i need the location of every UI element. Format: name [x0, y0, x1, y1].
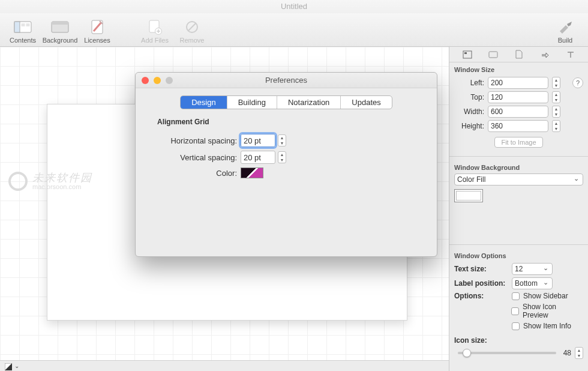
tab-notarization[interactable]: Notarization: [277, 96, 341, 109]
show-item-info-label: Show Item Info: [523, 322, 571, 330]
add-files-label: Add Files: [141, 37, 169, 44]
window-options-heading: Window Options: [449, 249, 588, 262]
svg-rect-2: [22, 23, 25, 26]
chevron-down-icon[interactable]: ⌄: [14, 363, 19, 369]
svg-rect-5: [52, 22, 68, 25]
tab-building[interactable]: Building: [227, 96, 277, 109]
preferences-window: Preferences Design Building Notarization…: [135, 72, 437, 257]
options-label: Options:: [454, 292, 508, 300]
main-toolbar: Contents Background Licenses Add Files R…: [0, 13, 588, 47]
preferences-titlebar[interactable]: Preferences: [136, 73, 437, 88]
build-button[interactable]: Build: [548, 19, 582, 44]
vspacing-label: Vertical spacing:: [136, 153, 241, 162]
background-button[interactable]: Background: [43, 19, 77, 44]
tab-text-icon[interactable]: [565, 49, 576, 60]
hspacing-label: Horizontal spacing:: [136, 136, 241, 145]
svg-rect-1: [14, 22, 20, 32]
window-title: Untitled: [0, 0, 588, 13]
preferences-title: Preferences: [136, 76, 437, 85]
contents-label: Contents: [10, 37, 36, 44]
inspector-tabs: [449, 47, 588, 62]
height-label: Height:: [454, 122, 484, 130]
window-size-heading: Window Size: [449, 62, 588, 76]
slider-thumb[interactable]: [463, 349, 471, 357]
text-size-dropdown[interactable]: 12: [512, 263, 553, 275]
top-stepper[interactable]: ▲▼: [552, 91, 560, 103]
top-label: Top:: [454, 93, 484, 101]
tab-screen-icon[interactable]: [488, 49, 499, 60]
text-size-label: Text size:: [454, 265, 508, 273]
window-bg-heading: Window Background: [449, 160, 588, 173]
contents-button[interactable]: Contents: [6, 19, 40, 44]
hspacing-stepper[interactable]: ▲▼: [278, 134, 286, 146]
vspacing-field[interactable]: 20 pt: [241, 151, 275, 164]
tab-pin-icon[interactable]: [539, 49, 550, 60]
add-files-icon: [145, 19, 164, 35]
tab-design[interactable]: Design: [181, 96, 227, 109]
svg-rect-13: [464, 52, 467, 54]
build-icon: [556, 19, 575, 35]
left-label: Left:: [454, 79, 484, 87]
tab-updates[interactable]: Updates: [341, 96, 391, 109]
show-item-info-checkbox[interactable]: [512, 322, 520, 330]
add-files-button[interactable]: Add Files: [138, 19, 172, 44]
contents-icon: [13, 19, 32, 35]
label-position-dropdown[interactable]: Bottom: [512, 277, 553, 289]
width-label: Width:: [454, 107, 484, 116]
show-icon-preview-label: Show Icon Preview: [523, 303, 583, 319]
tab-document-icon[interactable]: [514, 49, 524, 60]
svg-rect-12: [463, 51, 472, 58]
bottom-bar: ⌄: [0, 360, 449, 371]
background-icon: [50, 19, 70, 35]
left-field[interactable]: 200: [488, 77, 548, 89]
left-stepper[interactable]: ▲▼: [552, 77, 560, 89]
top-field[interactable]: 120: [488, 91, 548, 103]
width-stepper[interactable]: ▲▼: [552, 106, 560, 118]
show-icon-preview-checkbox[interactable]: [511, 307, 519, 315]
background-label: Background: [43, 37, 78, 44]
icon-size-slider[interactable]: [458, 352, 556, 354]
help-button[interactable]: ?: [572, 77, 583, 88]
licenses-icon: [88, 19, 107, 35]
hspacing-field[interactable]: 20 pt: [241, 134, 275, 147]
tab-window-icon[interactable]: [462, 49, 473, 60]
show-sidebar-label: Show Sidebar: [523, 292, 568, 300]
remove-icon: [182, 19, 202, 35]
alignment-grid-heading: Alignment Grid: [136, 115, 437, 132]
bg-mode-dropdown[interactable]: Color Fill: [454, 173, 583, 186]
remove-button[interactable]: Remove: [175, 19, 209, 44]
grid-color-well[interactable]: [241, 167, 263, 178]
width-field[interactable]: 600: [488, 106, 548, 118]
prefs-tabbar: Design Building Notarization Updates: [136, 88, 437, 115]
licenses-label: Licenses: [84, 37, 110, 44]
bg-color-well[interactable]: [454, 189, 483, 202]
inspector-panel: Window Size Left: 200 ▲▼ ? Top: 120 ▲▼ W…: [449, 47, 588, 371]
show-sidebar-checkbox[interactable]: [512, 292, 520, 300]
svg-rect-14: [489, 52, 497, 58]
color-label: Color:: [136, 169, 241, 178]
height-field[interactable]: 360: [488, 120, 548, 132]
licenses-button[interactable]: Licenses: [80, 19, 114, 44]
icon-size-value: 48: [563, 349, 571, 357]
appearance-icon[interactable]: [5, 363, 11, 369]
height-stepper[interactable]: ▲▼: [552, 120, 560, 132]
label-position-label: Label position:: [454, 279, 508, 288]
vspacing-stepper[interactable]: ▲▼: [278, 151, 286, 163]
remove-label: Remove: [180, 37, 205, 44]
build-label: Build: [558, 37, 572, 44]
fit-to-image-button[interactable]: Fit to Image: [494, 137, 542, 148]
icon-size-label: Icon size:: [454, 336, 487, 345]
svg-rect-3: [26, 23, 30, 26]
icon-size-stepper[interactable]: ▲▼: [575, 347, 583, 359]
svg-line-10: [188, 23, 196, 31]
